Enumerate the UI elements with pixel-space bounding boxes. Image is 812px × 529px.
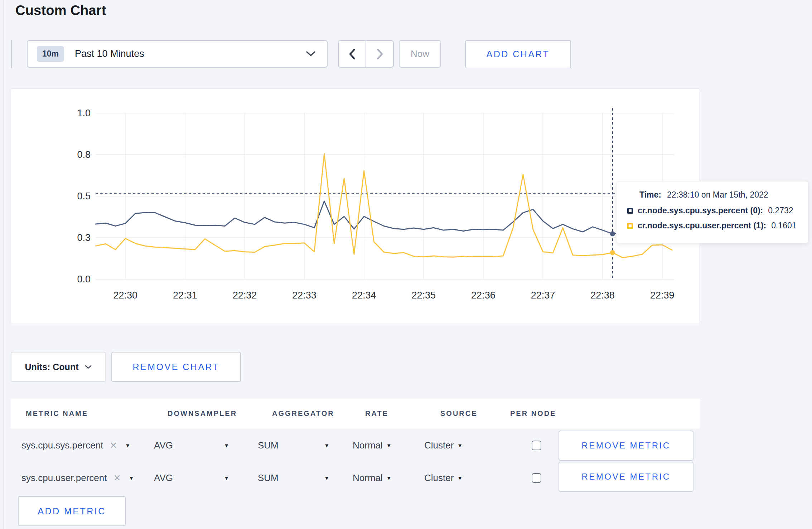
metric-name-select[interactable]: sys.cpu.user.percent✕▼: [11, 472, 152, 484]
aggregator-select[interactable]: SUM▼: [256, 472, 351, 484]
select-arrow-icon: ▼: [457, 442, 463, 448]
toolbar-divider: [11, 40, 12, 68]
hover-point-cpu-sys: [610, 231, 615, 236]
rate-select[interactable]: Normal▼: [351, 440, 422, 451]
column-header-per-node: PER NODE: [510, 409, 556, 418]
aggregator-select[interactable]: SUM▼: [256, 440, 351, 451]
downsampler-select[interactable]: AVG▼: [152, 440, 256, 451]
chevron-left-icon: [349, 48, 356, 60]
series-swatch-icon: [627, 208, 633, 214]
x-axis-tick-label: 22:35: [411, 290, 436, 301]
page-title: Custom Chart: [15, 3, 106, 18]
tooltip-series-row: cr.node.sys.cpu.user.percent (1):0.1601: [627, 221, 797, 230]
select-arrow-icon: ▼: [224, 442, 229, 448]
tooltip-series-value: 0.2732: [768, 206, 793, 215]
clear-metric-icon[interactable]: ✕: [113, 473, 121, 483]
x-axis-tick-label: 22:39: [650, 290, 675, 301]
chevron-right-icon: [376, 48, 383, 60]
x-axis-tick-label: 22:38: [590, 290, 615, 301]
hover-point-cpu-user: [610, 250, 615, 255]
rate-value: Normal: [353, 472, 383, 484]
column-header-source: SOURCE: [440, 409, 478, 418]
source-value: Cluster: [424, 440, 454, 451]
per-node-cell: [499, 473, 559, 483]
tooltip-time-value: 22:38:10 on Mar 15th, 2022: [667, 190, 768, 199]
tooltip-series-row: cr.node.sys.cpu.sys.percent (0):0.2732: [627, 206, 797, 215]
metric-row: sys.cpu.sys.percent✕▼AVG▼SUM▼Normal▼Clus…: [11, 435, 559, 456]
next-time-button[interactable]: [366, 41, 393, 67]
x-axis-tick-label: 22:36: [471, 290, 496, 301]
x-axis-tick-label: 22:37: [531, 290, 555, 301]
metric-name-select[interactable]: sys.cpu.sys.percent✕▼: [11, 440, 152, 451]
remove-chart-button[interactable]: REMOVE CHART: [111, 352, 241, 382]
add-chart-button[interactable]: ADD CHART: [465, 40, 571, 68]
time-step-controls: [338, 40, 394, 68]
time-range-dropdown[interactable]: 10m Past 10 Minutes: [27, 40, 328, 68]
prev-time-button[interactable]: [339, 41, 366, 67]
x-axis-tick-label: 22:34: [352, 290, 376, 301]
x-axis-tick-label: 22:32: [233, 290, 257, 301]
now-button[interactable]: Now: [399, 40, 441, 68]
add-metric-button[interactable]: ADD METRIC: [18, 496, 126, 526]
x-axis-tick-label: 22:33: [292, 290, 316, 301]
metrics-table-header: METRIC NAMEDOWNSAMPLERAGGREGATORRATESOUR…: [11, 399, 700, 428]
downsampler-value: AVG: [154, 440, 173, 451]
chevron-down-icon: [85, 365, 92, 369]
series-line-cpu-sys: [96, 201, 672, 234]
select-arrow-icon: ▼: [125, 442, 130, 448]
y-axis-tick-label: 1.0: [77, 108, 91, 118]
chart-tooltip: Time:22:38:10 on Mar 15th, 2022 cr.node.…: [616, 181, 808, 243]
select-arrow-icon: ▼: [129, 475, 134, 481]
tooltip-series-label: cr.node.sys.cpu.user.percent (1):: [638, 221, 766, 230]
x-axis-tick-label: 22:31: [173, 290, 197, 301]
source-value: Cluster: [424, 472, 454, 484]
metric-name-value: sys.cpu.sys.percent: [21, 440, 103, 451]
source-select[interactable]: Cluster▼: [422, 472, 499, 484]
aggregator-value: SUM: [258, 472, 279, 484]
series-swatch-icon: [627, 223, 633, 229]
column-header-downsampler: DOWNSAMPLER: [168, 409, 237, 418]
series-line-cpu-user: [96, 154, 672, 258]
y-axis-tick-label: 0.3: [77, 232, 91, 243]
clear-metric-icon[interactable]: ✕: [110, 440, 117, 451]
tooltip-time-row: Time:22:38:10 on Mar 15th, 2022: [639, 190, 797, 200]
y-axis-tick-label: 0.5: [77, 191, 91, 202]
timeseries-chart[interactable]: 0.00.30.50.81.022:3022:3122:3222:3322:34…: [11, 89, 700, 324]
units-label: Units: Count: [25, 362, 79, 372]
per-node-checkbox[interactable]: [532, 441, 541, 450]
tooltip-series-value: 0.1601: [771, 221, 796, 230]
column-header-metric-name: METRIC NAME: [26, 409, 88, 418]
aggregator-value: SUM: [258, 440, 279, 451]
remove-metric-button[interactable]: REMOVE METRIC: [559, 462, 693, 492]
downsampler-value: AVG: [154, 472, 173, 484]
select-arrow-icon: ▼: [224, 475, 229, 481]
time-range-label: Past 10 Minutes: [75, 48, 144, 59]
rate-value: Normal: [353, 440, 383, 451]
remove-metric-button[interactable]: REMOVE METRIC: [559, 431, 693, 461]
select-arrow-icon: ▼: [324, 442, 329, 448]
select-arrow-icon: ▼: [386, 442, 392, 448]
chevron-down-icon: [306, 51, 315, 57]
column-header-aggregator: AGGREGATOR: [272, 409, 334, 418]
select-arrow-icon: ▼: [386, 475, 392, 481]
tooltip-time-label: Time:: [639, 190, 661, 199]
select-arrow-icon: ▼: [457, 475, 463, 481]
downsampler-select[interactable]: AVG▼: [152, 472, 256, 484]
y-axis-tick-label: 0.0: [77, 274, 91, 285]
toolbar: 10m Past 10 Minutes Now ADD CHART: [0, 40, 812, 69]
x-axis-tick-label: 22:30: [113, 290, 138, 301]
select-arrow-icon: ▼: [324, 475, 329, 481]
source-select[interactable]: Cluster▼: [422, 440, 499, 451]
y-axis-tick-label: 0.8: [77, 149, 91, 160]
metric-name-value: sys.cpu.user.percent: [21, 472, 107, 484]
time-range-badge: 10m: [37, 46, 64, 62]
rate-select[interactable]: Normal▼: [351, 472, 422, 484]
per-node-cell: [499, 441, 559, 450]
metric-row: sys.cpu.user.percent✕▼AVG▼SUM▼Normal▼Clu…: [11, 467, 559, 489]
page-left-edge: [3, 0, 4, 529]
chart-card[interactable]: 0.00.30.50.81.022:3022:3122:3222:3322:34…: [11, 88, 700, 324]
per-node-checkbox[interactable]: [532, 473, 541, 483]
column-header-rate: RATE: [365, 409, 388, 418]
units-dropdown[interactable]: Units: Count: [11, 352, 106, 382]
tooltip-series-label: cr.node.sys.cpu.sys.percent (0):: [638, 206, 763, 215]
